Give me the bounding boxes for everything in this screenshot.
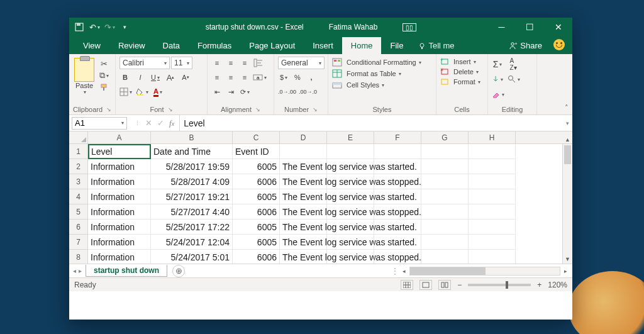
qat-customize-icon[interactable]: ▾ xyxy=(119,22,130,32)
tab-page-layout[interactable]: Page Layout xyxy=(240,37,304,54)
tab-review[interactable]: Review xyxy=(109,37,154,54)
cell[interactable] xyxy=(469,144,516,159)
column-header-G[interactable]: G xyxy=(421,131,469,143)
scroll-down-icon[interactable]: ▼ xyxy=(563,255,572,264)
expand-formula-bar-icon[interactable]: ▾ xyxy=(562,120,572,126)
cell[interactable]: 5/27/2017 4:40 xyxy=(151,204,233,220)
find-select-icon[interactable]: ▾ xyxy=(508,73,520,86)
enter-formula-icon[interactable]: ✓ xyxy=(157,118,164,128)
align-middle-icon[interactable]: ≡ xyxy=(225,57,236,69)
font-color-icon[interactable]: A▾ xyxy=(152,86,164,98)
cell[interactable] xyxy=(327,189,374,204)
cell[interactable]: 6005 xyxy=(233,220,280,235)
row-header-7[interactable]: 7 xyxy=(69,235,88,250)
cell[interactable]: Information xyxy=(88,174,151,189)
hscroll-divider[interactable]: ⋮ xyxy=(391,267,399,276)
row-header-5[interactable]: 5 xyxy=(69,204,88,220)
cell[interactable] xyxy=(469,204,516,220)
grid[interactable]: ABCDEFGH 1LevelDate and TimeEvent ID2Inf… xyxy=(69,131,572,264)
cell[interactable]: The Event log service was started. xyxy=(280,220,327,235)
cut-icon[interactable]: ✂ xyxy=(98,58,109,69)
align-center-icon[interactable]: ≡ xyxy=(225,71,236,84)
cell[interactable] xyxy=(327,250,374,264)
column-header-A[interactable]: A xyxy=(88,131,151,143)
fill-icon[interactable]: ▾ xyxy=(492,73,503,86)
column-header-F[interactable]: F xyxy=(374,131,421,143)
hscroll-left-icon[interactable]: ◂ xyxy=(400,268,408,274)
cell[interactable]: Date and Time xyxy=(151,144,233,159)
row-header-1[interactable]: 1 xyxy=(69,144,88,159)
paste-icon[interactable] xyxy=(74,58,94,82)
row-header-6[interactable]: 6 xyxy=(69,220,88,235)
sort-filter-icon[interactable]: AZ▾ xyxy=(508,58,519,70)
cell[interactable] xyxy=(421,204,469,220)
insert-cells-button[interactable]: + Insert▾ xyxy=(440,58,476,65)
decrease-font-icon[interactable]: A▾ xyxy=(180,71,191,84)
save-icon[interactable] xyxy=(74,22,84,32)
cell[interactable] xyxy=(374,189,421,204)
row-header-4[interactable]: 4 xyxy=(69,189,88,204)
scroll-up-icon[interactable]: ▲ xyxy=(563,135,572,144)
cell[interactable]: The Event log service was stopped. xyxy=(280,204,327,220)
cell[interactable] xyxy=(374,250,421,264)
wrap-text-icon[interactable] xyxy=(253,57,264,69)
scroll-thumb[interactable] xyxy=(564,145,571,164)
column-header-B[interactable]: B xyxy=(151,131,233,143)
sheet-nav-next-icon[interactable]: ▸ xyxy=(79,267,82,274)
cell[interactable] xyxy=(327,204,374,220)
cancel-formula-icon[interactable]: ✕ xyxy=(145,118,152,128)
borders-icon[interactable]: ▾ xyxy=(119,86,132,98)
name-box[interactable]: A1▾ xyxy=(72,117,127,130)
cell[interactable] xyxy=(469,189,516,204)
cell[interactable] xyxy=(469,159,516,174)
cell[interactable]: The Event log service was stopped. xyxy=(280,174,327,189)
align-left-icon[interactable]: ≡ xyxy=(211,71,223,84)
cell[interactable] xyxy=(469,174,516,189)
formula-input[interactable]: Level xyxy=(179,115,562,131)
cell[interactable] xyxy=(327,144,374,159)
cell[interactable] xyxy=(469,220,516,235)
font-size-select[interactable]: 11▾ xyxy=(171,57,192,69)
cell[interactable] xyxy=(469,250,516,264)
format-as-table-button[interactable]: Format as Table▾ xyxy=(332,69,401,78)
cell[interactable] xyxy=(421,220,469,235)
align-right-icon[interactable]: ≡ xyxy=(239,71,250,84)
tab-view[interactable]: View xyxy=(74,37,109,54)
conditional-formatting-button[interactable]: Conditional Formatting▾ xyxy=(332,58,421,67)
format-cells-button[interactable]: Format▾ xyxy=(440,78,480,86)
align-bottom-icon[interactable]: ≡ xyxy=(239,57,250,69)
column-header-C[interactable]: C xyxy=(233,131,280,143)
maximize-button[interactable]: ☐ xyxy=(516,18,544,36)
row-header-8[interactable]: 8 xyxy=(69,250,88,264)
cell[interactable] xyxy=(327,235,374,250)
zoom-in-icon[interactable]: + xyxy=(537,281,541,289)
delete-cells-button[interactable]: × Delete▾ xyxy=(440,68,479,75)
cell[interactable] xyxy=(280,144,327,159)
orientation-icon[interactable]: ⟳▾ xyxy=(239,86,250,98)
cell[interactable]: Information xyxy=(88,159,151,174)
decrease-indent-icon[interactable]: ⇤ xyxy=(211,86,223,98)
cell[interactable]: 6006 xyxy=(233,250,280,264)
cell[interactable]: 5/28/2017 4:09 xyxy=(151,174,233,189)
percent-format-icon[interactable]: % xyxy=(292,71,303,84)
feedback-emoji-icon[interactable] xyxy=(553,39,565,50)
cell[interactable]: The Event log service was started. xyxy=(280,235,327,250)
cell-styles-button[interactable]: Cell Styles▾ xyxy=(332,81,384,89)
cell[interactable]: Information xyxy=(88,220,151,235)
underline-button[interactable]: U▾ xyxy=(150,71,161,84)
row-header-3[interactable]: 3 xyxy=(69,174,88,189)
page-break-view-icon[interactable] xyxy=(438,280,451,290)
bold-button[interactable]: B xyxy=(119,71,131,84)
clear-icon[interactable]: ▾ xyxy=(492,88,504,101)
column-header-H[interactable]: H xyxy=(469,131,516,143)
fx-icon[interactable]: fx xyxy=(169,118,174,128)
cell[interactable] xyxy=(374,159,421,174)
tell-me[interactable]: Tell me xyxy=(412,37,460,54)
cell[interactable]: Event ID xyxy=(233,144,280,159)
zoom-out-icon[interactable]: − xyxy=(457,281,462,289)
cell[interactable]: 6005 xyxy=(233,235,280,250)
cell[interactable] xyxy=(374,204,421,220)
cell[interactable]: 5/24/2017 5:01 xyxy=(151,250,233,264)
sheet-nav-prev-icon[interactable]: ◂ xyxy=(73,267,76,274)
cell[interactable] xyxy=(421,235,469,250)
